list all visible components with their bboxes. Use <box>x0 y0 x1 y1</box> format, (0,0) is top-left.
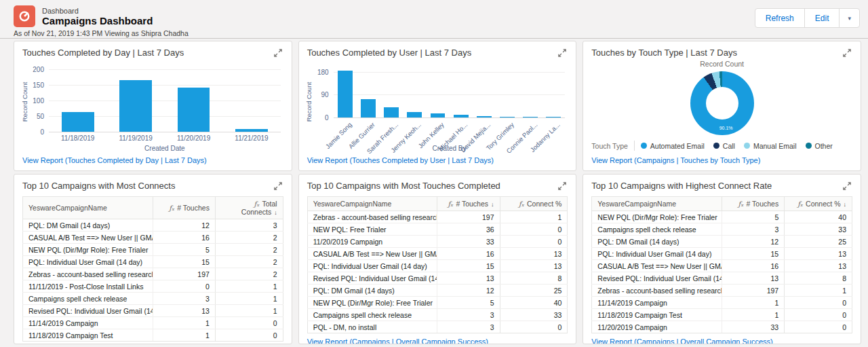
expand-icon[interactable] <box>557 48 568 58</box>
cell-value: 197 <box>722 285 785 297</box>
view-report-link[interactable]: View Report (Touches Completed by User |… <box>299 152 576 170</box>
y-tick-label: 180 <box>317 69 329 76</box>
column-header[interactable]: YeswareCampaignName <box>23 197 153 219</box>
column-header-label: YeswareCampaignName <box>313 200 392 208</box>
column-header[interactable]: ƒₓTotal Connects↓ <box>215 197 283 219</box>
x-tick-label: 11/18/2019 <box>49 134 106 144</box>
bar[interactable] <box>361 99 376 117</box>
bars <box>334 69 566 117</box>
bar[interactable] <box>500 117 515 117</box>
card-title: Top 10 Campaigns with Most Touches Compl… <box>307 181 500 191</box>
bar[interactable] <box>178 88 210 132</box>
view-report-link[interactable]: View Report (Campaigns | Overall Campaig… <box>14 342 292 344</box>
bar-slot <box>165 69 222 132</box>
cell-value: 0 <box>500 236 568 248</box>
cell-value: 13 <box>437 272 500 285</box>
column-header-label: YeswareCampaignName <box>597 200 676 208</box>
x-tick-labels: Jamie SongAllie GurrierSarah Fresh...Jen… <box>334 120 566 144</box>
card-title: Touches Completed by User | Last 7 Days <box>307 48 472 58</box>
cell-value: 13 <box>153 305 215 317</box>
view-report-link[interactable]: View Report (Campaigns | Overall Campaig… <box>583 333 861 344</box>
bar[interactable] <box>407 112 422 117</box>
cell-value: 33 <box>437 236 500 248</box>
campaign-name-cell: 11/14/2019 Campaign <box>592 297 722 309</box>
campaign-name-cell: 11/20/2019 Campaign <box>592 321 722 333</box>
cell-value: 1 <box>215 280 283 293</box>
campaign-name-cell: 11/14/2019 Campaign <box>23 317 153 329</box>
cell-value: 8 <box>500 272 568 285</box>
bar[interactable] <box>523 117 538 117</box>
cell-value: 2 <box>215 244 283 256</box>
view-report-link[interactable]: View Report (Touches Completed by Day | … <box>14 152 292 170</box>
campaign-name-cell: 11/18/2019 Campaign Test <box>592 309 722 321</box>
column-header[interactable]: ƒₓConnect %↓ <box>785 197 852 211</box>
cell-value: 1 <box>785 285 852 297</box>
bar-slot <box>450 69 473 117</box>
legend-item[interactable]: Other <box>806 142 833 150</box>
campaign-name-cell: CASUAL A/B Test ==> New User || GMAIL ||… <box>307 248 437 260</box>
bar[interactable] <box>431 113 446 117</box>
bar[interactable] <box>338 71 353 117</box>
bar[interactable] <box>546 117 561 117</box>
legend-item[interactable]: Automated Email <box>641 142 705 150</box>
expand-icon[interactable] <box>273 181 283 191</box>
cell-value: 1 <box>153 329 215 342</box>
campaign-name-cell: PQL: DM Gmail (14 days) <box>592 236 722 248</box>
campaign-name-cell: Campaigns spell check release <box>592 223 722 236</box>
table-row: PQL: DM Gmail (14 days)1225 <box>307 285 568 297</box>
table-row: NEW PQL (Dir/Mgr Role): Free Trialer540 <box>307 297 568 309</box>
cell-value: 33 <box>785 223 852 236</box>
edit-button[interactable]: Edit <box>804 8 840 28</box>
refresh-button[interactable]: Refresh <box>755 8 805 28</box>
x-tick-label-text: 11/20/2019 <box>177 134 210 142</box>
view-report-link[interactable]: View Report (Campaigns | Touches by Touc… <box>583 152 861 170</box>
x-tick-label-text: 11/19/2019 <box>119 134 152 142</box>
expand-icon[interactable] <box>842 48 852 58</box>
column-header[interactable]: ƒₓ# Touches↓ <box>437 197 500 211</box>
expand-icon[interactable] <box>557 181 568 191</box>
x-tick-label: 11/20/2019 <box>165 134 222 144</box>
chart-plot: Record Count20015010050011/18/201911/19/… <box>20 62 281 152</box>
column-header[interactable]: YeswareCampaignName <box>307 197 437 211</box>
more-actions-button[interactable]: ▾ <box>839 8 860 28</box>
column-header-label: # Touches <box>456 200 488 208</box>
campaign-name-cell: PQL: Individual User Gmail (14 day) <box>592 248 722 260</box>
campaign-name-cell: NEW PQL (Dir/Mgr Role): Free Trialer <box>23 244 153 256</box>
expand-icon[interactable] <box>842 181 852 191</box>
bar[interactable] <box>384 107 399 117</box>
bar[interactable] <box>235 129 268 132</box>
y-tick-label: 0 <box>325 114 329 122</box>
cell-value: 0 <box>215 317 283 329</box>
bar[interactable] <box>454 115 469 117</box>
y-tick-label: 50 <box>37 113 44 120</box>
bar[interactable] <box>477 116 492 117</box>
bars <box>49 69 281 132</box>
formula-icon: ƒₓ <box>519 200 524 208</box>
expand-icon[interactable] <box>273 48 283 58</box>
card-most-touches: Top 10 Campaigns with Most Touches Compl… <box>298 174 577 344</box>
legend-item-label: Other <box>815 142 833 150</box>
column-header[interactable]: YeswareCampaignName <box>592 197 722 211</box>
campaign-name-cell: Revised PQL: Individual User Gmail (14 d… <box>592 272 722 285</box>
bar[interactable] <box>62 112 94 132</box>
legend-item[interactable]: Call <box>713 142 735 150</box>
gridline: 0 <box>334 117 566 118</box>
cell-value: 3 <box>437 321 500 333</box>
table-row: PQL: DM Gmail (14 days)123 <box>23 219 283 232</box>
bar-slot <box>49 69 106 132</box>
y-axis-label-text: Record Count <box>305 82 313 122</box>
donut-ring[interactable]: 90.1% <box>690 71 754 135</box>
cell-value: 13 <box>500 248 568 260</box>
legend-item[interactable]: Manual Email <box>744 142 797 150</box>
column-header[interactable]: ƒₓ# Touches <box>153 197 215 219</box>
x-tick-label: Jodanny La... <box>542 120 565 144</box>
column-header-label: # Touches <box>177 204 210 212</box>
donut-legend-title: Record Count <box>700 60 744 68</box>
dashboard-header: Dashboard Campaigns Dashboard As of Nov … <box>0 0 868 39</box>
view-report-link[interactable]: View Report (Campaigns | Overall Campaig… <box>299 333 576 344</box>
cell-value: 36 <box>437 223 500 236</box>
column-header[interactable]: ƒₓConnect % <box>500 197 568 211</box>
bar-slot <box>542 69 565 117</box>
bar[interactable] <box>119 80 152 132</box>
column-header[interactable]: ƒₓ# Touches <box>722 197 785 211</box>
